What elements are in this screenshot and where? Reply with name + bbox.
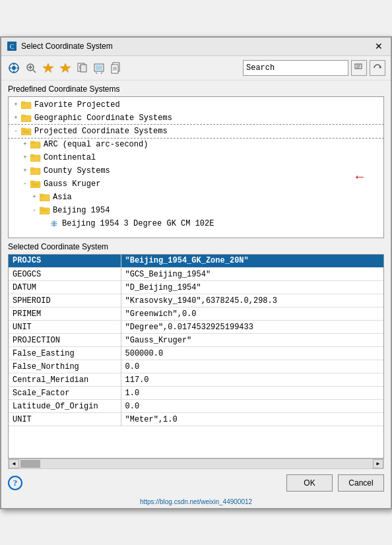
hscroll-left-arrow[interactable]: ◀ xyxy=(9,459,19,468)
tree-item-arc[interactable]: + ARC (equal arc-second) xyxy=(9,138,383,151)
prop-key: GEOGCS xyxy=(9,268,121,281)
expand-icon-beijing-folder[interactable]: - xyxy=(30,206,39,215)
close-button[interactable]: ✕ xyxy=(372,41,385,51)
prop-key: PROJCS xyxy=(9,255,121,268)
table-row[interactable]: UNIT"Degree",0.0174532925199433 xyxy=(9,321,383,334)
tree-inner: + Favorite Projected + xyxy=(9,97,383,232)
table-row[interactable]: UNIT"Meter",1.0 xyxy=(9,413,383,426)
expand-icon-continental[interactable]: + xyxy=(20,153,30,162)
tree-label-county: County Systems xyxy=(44,166,110,176)
prop-key: UNIT xyxy=(9,413,121,426)
ok-button[interactable]: OK xyxy=(286,474,333,492)
tree-label-projected: Projected Coordinate Systems xyxy=(34,127,168,136)
tree-label-arc: ARC (equal arc-second) xyxy=(44,140,148,149)
tool-icon-5[interactable] xyxy=(75,61,90,75)
prop-value: "GCS_Beijing_1954" xyxy=(121,268,383,281)
tree-item-favorite[interactable]: + Favorite Projected xyxy=(9,98,383,112)
table-row[interactable]: PROJECTION"Gauss_Kruger" xyxy=(9,334,383,347)
svg-rect-51 xyxy=(30,181,34,183)
arrow-indicator: ← xyxy=(356,170,364,185)
tool-icon-2[interactable] xyxy=(24,61,38,75)
props-table-container[interactable]: PROJCS"Beijing_1954_GK_Zone_20N"GEOGCS"G… xyxy=(8,254,384,459)
tool-icon-4[interactable] xyxy=(58,61,73,75)
tree-label-asia: Asia xyxy=(53,193,72,202)
tree-container[interactable]: + Favorite Projected + xyxy=(8,96,384,238)
search-input[interactable] xyxy=(243,60,348,76)
folder-icon-county xyxy=(30,166,42,176)
svg-line-22 xyxy=(101,72,102,74)
table-row[interactable]: Central_Meridian117.0 xyxy=(9,373,383,387)
table-row[interactable]: False_Northing0.0 xyxy=(9,360,383,373)
tree-label-geographic: Geographic Coordinate Systems xyxy=(34,113,172,123)
tree-item-gauss[interactable]: - Gauss Kruger xyxy=(9,177,383,191)
prop-key: UNIT xyxy=(9,321,121,334)
search-area xyxy=(243,60,385,76)
expand-icon-asia[interactable]: + xyxy=(30,193,39,202)
prop-value: 500000.0 xyxy=(121,347,383,360)
help-button[interactable]: ? xyxy=(8,476,22,490)
table-row[interactable]: GEOGCS"GCS_Beijing_1954" xyxy=(9,268,383,281)
prop-key: False_Easting xyxy=(9,347,121,360)
table-row[interactable]: Scale_Factor1.0 xyxy=(9,387,383,400)
prop-value: 0.0 xyxy=(121,360,383,373)
expand-icon-geographic[interactable]: + xyxy=(11,113,20,123)
hscroll-track[interactable] xyxy=(19,459,373,468)
cancel-button[interactable]: Cancel xyxy=(338,474,384,492)
tree-item-asia[interactable]: + Asia xyxy=(9,191,383,204)
table-row[interactable]: SPHEROID"Krasovsky_1940",6378245.0,298.3 xyxy=(9,294,383,307)
tree-item-county[interactable]: + County Systems xyxy=(9,164,383,177)
svg-rect-55 xyxy=(40,194,44,196)
prop-value: "Meter",1.0 xyxy=(121,413,383,426)
prop-value: 1.0 xyxy=(121,387,383,400)
folder-icon-asia xyxy=(39,193,51,202)
svg-rect-45 xyxy=(30,141,34,143)
svg-rect-37 xyxy=(21,102,25,104)
expand-icon-county[interactable]: + xyxy=(20,166,30,176)
prop-key: PRIMEM xyxy=(9,307,121,321)
prop-value: "Gauss_Kruger" xyxy=(121,334,383,347)
tree-item-beijing-file[interactable]: Beijing 1954 3 Degree GK CM 102E xyxy=(9,217,383,230)
svg-rect-41 xyxy=(21,128,25,130)
refresh-button[interactable] xyxy=(370,60,385,76)
folder-icon-geographic xyxy=(20,113,32,123)
tree-item-beijing-folder[interactable]: - Beijing 1954 xyxy=(9,204,383,217)
tree-label-continental: Continental xyxy=(44,153,96,162)
dialog-icon: C xyxy=(7,41,17,51)
tree-item-continental[interactable]: + Continental xyxy=(9,151,383,164)
hscroll-thumb[interactable] xyxy=(20,460,40,468)
table-row[interactable]: PRIMEM"Greenwich",0.0 xyxy=(9,307,383,321)
tool-icon-1[interactable] xyxy=(7,61,21,75)
prop-value: "Krasovsky_1940",6378245.0,298.3 xyxy=(121,294,383,307)
table-row[interactable]: DATUM"D_Beijing_1954" xyxy=(9,281,383,294)
search-button[interactable] xyxy=(351,60,367,76)
prop-value: "Greenwich",0.0 xyxy=(121,307,383,321)
folder-icon-favorite xyxy=(20,100,32,110)
hscroll-bar[interactable]: ◀ ▶ xyxy=(8,459,384,469)
tree-label-beijing-file: Beijing 1954 3 Degree GK CM 102E xyxy=(62,219,214,228)
table-row[interactable]: Latitude_Of_Origin0.0 xyxy=(9,400,383,413)
svg-text:C: C xyxy=(10,43,15,50)
expand-icon-gauss[interactable]: - xyxy=(20,179,30,189)
prop-key: Central_Meridian xyxy=(9,373,121,387)
folder-icon-continental xyxy=(30,153,42,162)
expand-icon-arc[interactable]: + xyxy=(20,140,30,149)
hscroll-right-arrow[interactable]: ▶ xyxy=(373,459,383,468)
table-row[interactable]: PROJCS"Beijing_1954_GK_Zone_20N" xyxy=(9,255,383,268)
tool-icon-7[interactable] xyxy=(110,61,124,75)
expand-icon-favorite[interactable]: + xyxy=(11,100,20,110)
table-row[interactable]: False_Easting500000.0 xyxy=(9,347,383,360)
tool-icon-3[interactable] xyxy=(41,61,55,75)
tree-label-favorite: Favorite Projected xyxy=(34,100,120,110)
dialog-title: Select Coordinate System xyxy=(21,42,113,51)
tree-item-projected[interactable]: - Projected Coordinate Systems xyxy=(9,125,383,138)
footer: ? OK Cancel xyxy=(1,469,391,497)
tool-icon-6[interactable] xyxy=(92,61,107,75)
tree-item-geographic[interactable]: + Geographic Coordinate Systems xyxy=(9,112,383,125)
prop-key: Latitude_Of_Origin xyxy=(9,400,121,413)
folder-icon-gauss xyxy=(30,179,42,189)
expand-icon-projected[interactable]: - xyxy=(11,127,20,136)
svg-point-3 xyxy=(12,66,16,70)
prop-value: "Beijing_1954_GK_Zone_20N" xyxy=(121,255,383,268)
prop-key: PROJECTION xyxy=(9,334,121,347)
folder-icon-projected xyxy=(20,127,32,136)
